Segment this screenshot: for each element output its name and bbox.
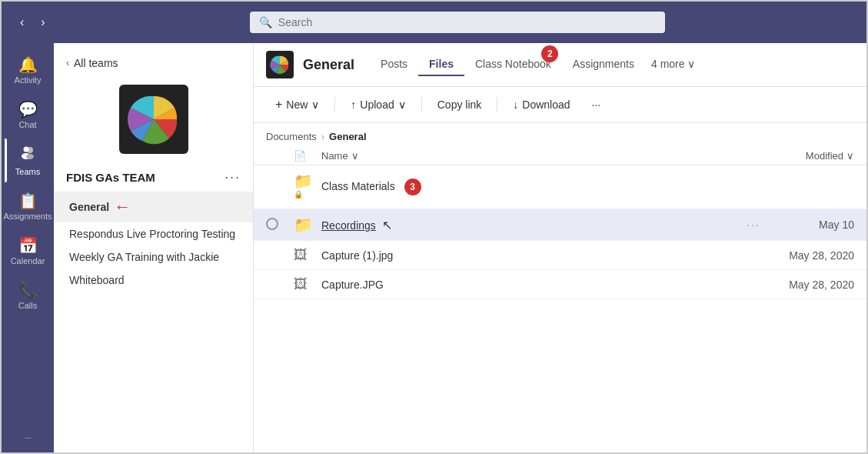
breadcrumb-general: General <box>329 131 366 142</box>
folder-locked-icon: 📁 <box>294 172 313 189</box>
channel-name-whiteboard: Whiteboard <box>69 274 125 286</box>
channel-item-general[interactable]: General ← <box>54 192 253 222</box>
all-teams-label: All teams <box>74 57 118 69</box>
lock-icon: 🔒 <box>294 190 303 199</box>
file-row-capture2[interactable]: 🖼 Capture.JPG May 28, 2020 <box>254 270 866 299</box>
image-icon-capture1: 🖼 <box>294 247 308 262</box>
all-teams-button[interactable]: ‹ All teams <box>54 52 253 78</box>
assignments-icon: 📋 <box>18 192 38 210</box>
channel-item-respondus[interactable]: Respondus Live Proctoring Testing <box>54 222 253 245</box>
check-recordings <box>266 218 294 232</box>
icon-capture2: 🖼 <box>294 276 321 292</box>
search-icon: 🔍 <box>259 16 272 28</box>
sidebar-item-assignments[interactable]: 📋 Assignments <box>5 185 51 227</box>
calendar-icon: 📅 <box>18 236 38 255</box>
file-modified-recordings: May 10 <box>767 219 854 231</box>
new-chevron-icon: ∨ <box>311 98 319 111</box>
file-name-capture1: Capture (1).jpg <box>321 249 747 262</box>
file-row-class-materials[interactable]: 📁 🔒 Class Materials 3 <box>254 165 866 209</box>
search-input[interactable] <box>278 16 656 28</box>
team-options-button[interactable]: ··· <box>224 169 241 185</box>
team-logo-svg <box>127 92 181 146</box>
channel-name-respondus: Respondus Live Proctoring Testing <box>69 228 235 240</box>
team-name: FDIS GAs TEAM <box>66 171 155 184</box>
calls-icon: 📞 <box>18 281 38 299</box>
file-row-recordings[interactable]: 📁 Recordings ↖ ··· May 10 <box>254 209 866 241</box>
nav-arrows: ‹ › <box>14 12 52 32</box>
cursor-icon: ↖ <box>382 219 392 232</box>
icon-capture1: 🖼 <box>294 247 321 263</box>
download-label: Download <box>522 98 570 111</box>
col-modified-header[interactable]: Modified ∨ <box>747 150 854 162</box>
recordings-options-button[interactable]: ··· <box>747 219 760 231</box>
sidebar-label-chat: Chat <box>18 120 36 129</box>
channel-name-general: General <box>69 201 109 213</box>
toolbar-sep-2 <box>421 97 422 112</box>
channel-item-whiteboard[interactable]: Whiteboard <box>54 269 253 292</box>
more-label: ... <box>24 431 31 440</box>
svg-point-3 <box>26 154 34 159</box>
upload-button[interactable]: ↑ Upload ∨ <box>341 94 414 115</box>
file-type-icon-header: 📄 <box>294 150 306 162</box>
channel-name-title: General <box>303 57 354 73</box>
new-button[interactable]: + New ∨ <box>266 93 328 116</box>
arrow-annotation-general: ← <box>114 197 131 217</box>
toolbar-more-button[interactable]: ··· <box>583 94 610 115</box>
file-row-capture1[interactable]: 🖼 Capture (1).jpg May 28, 2020 <box>254 241 866 270</box>
download-button[interactable]: ↓ Download <box>504 94 579 115</box>
sidebar-item-calendar[interactable]: 📅 Calendar <box>5 230 51 272</box>
copy-link-label: Copy link <box>437 98 482 111</box>
sidebar-label-calls: Calls <box>18 301 37 310</box>
file-name-capture2: Capture.JPG <box>321 279 747 291</box>
back-button[interactable]: ‹ <box>14 12 30 32</box>
channel-item-weekly[interactable]: Weekly GA Training with Jackie <box>54 245 253 269</box>
tab-posts[interactable]: Posts <box>370 53 418 76</box>
download-icon: ↓ <box>513 98 518 111</box>
icon-recordings: 📁 <box>294 215 321 234</box>
team-name-row: FDIS GAs TEAM ··· <box>54 163 253 189</box>
tab-more[interactable]: 4 more ∨ <box>645 53 701 76</box>
activity-icon: 🔔 <box>18 55 38 74</box>
tab-files-label: Files <box>429 58 454 70</box>
col-name-header[interactable]: Name ∨ <box>321 150 747 162</box>
sidebar-item-more[interactable]: ... <box>5 425 51 446</box>
breadcrumb: Documents › General <box>254 123 866 147</box>
team-icon-small <box>266 51 294 78</box>
file-list-header: 📄 Name ∨ Modified ∨ <box>254 147 866 165</box>
col-name-label: Name <box>321 150 348 162</box>
toolbar-sep-1 <box>334 97 335 112</box>
new-label: New <box>286 98 308 111</box>
channel-header: General Posts Files Class Notebook Assig… <box>254 43 866 87</box>
channel-list: General ← Respondus Live Proctoring Test… <box>54 189 253 295</box>
icon-class-materials: 📁 🔒 <box>294 172 321 202</box>
breadcrumb-separator: › <box>321 131 324 142</box>
file-link-recordings[interactable]: Recordings <box>321 219 376 232</box>
tab-notebook-label: Class Notebook <box>475 58 551 70</box>
upload-chevron-icon: ∨ <box>398 98 406 111</box>
file-modified-capture1: May 28, 2020 <box>747 249 854 262</box>
file-modified-capture2: May 28, 2020 <box>747 279 854 291</box>
name-sort-icon: ∨ <box>351 150 359 162</box>
copy-link-button[interactable]: Copy link <box>428 94 491 115</box>
sidebar-item-calls[interactable]: 📞 Calls <box>5 275 51 316</box>
tab-assignments[interactable]: Assignments <box>562 53 645 76</box>
tab-files[interactable]: Files <box>418 53 464 76</box>
sidebar-item-chat[interactable]: 💬 Chat <box>5 94 51 135</box>
sidebar-item-teams[interactable]: Teams <box>5 139 51 182</box>
toolbar-sep-3 <box>497 97 497 112</box>
main-layout: 🔔 Activity 💬 Chat Teams 📋 Assignments � <box>2 43 866 454</box>
sidebar-item-activity[interactable]: 🔔 Activity <box>5 49 51 91</box>
breadcrumb-documents[interactable]: Documents <box>266 131 317 142</box>
search-bar: 🔍 <box>250 12 665 33</box>
new-icon: + <box>275 98 282 112</box>
forward-button[interactable]: › <box>35 12 51 32</box>
chat-icon: 💬 <box>18 100 38 119</box>
sidebar: 🔔 Activity 💬 Chat Teams 📋 Assignments � <box>2 43 54 454</box>
radio-recordings[interactable] <box>266 218 278 230</box>
teams-panel: ‹ All teams FDIS GAs TEAM <box>54 43 254 454</box>
sidebar-label-teams: Teams <box>15 167 40 176</box>
file-name-recordings: Recordings ↖ <box>321 218 747 232</box>
channel-name-weekly: Weekly GA Training with Jackie <box>69 251 219 263</box>
toolbar: + New ∨ ↑ Upload ∨ Copy link ↓ Download … <box>254 87 866 123</box>
channel-tabs: Posts Files Class Notebook Assignments 4… <box>370 53 701 76</box>
